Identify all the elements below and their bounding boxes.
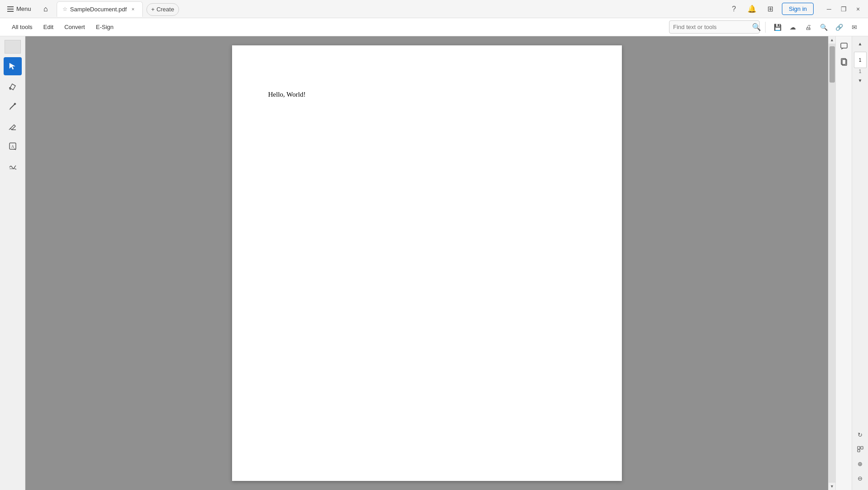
all-tools-menu[interactable]: All tools xyxy=(7,21,37,33)
fit-page-button[interactable] xyxy=(854,443,867,456)
create-label: Create xyxy=(156,6,174,13)
signature-icon xyxy=(9,162,17,170)
link-button[interactable]: 🔗 xyxy=(833,21,845,34)
title-bar-left: Menu ⌂ ☆ SampleDocument.pdf × + Create xyxy=(4,1,727,17)
close-button[interactable]: × xyxy=(852,3,864,15)
pdf-container[interactable]: Hello, World! xyxy=(25,36,828,490)
page-thumbnail[interactable]: 1 xyxy=(854,52,867,68)
save-icon: 💾 xyxy=(774,24,781,31)
page-down-button[interactable]: ▼ xyxy=(854,75,867,86)
tool-preview xyxy=(5,40,21,54)
title-bar: Menu ⌂ ☆ SampleDocument.pdf × + Create ?… xyxy=(0,0,868,18)
zoom-button[interactable]: 🔍 xyxy=(817,21,830,34)
total-pages: 1 xyxy=(859,69,862,74)
scroll-track[interactable] xyxy=(829,44,835,483)
signature-tool[interactable] xyxy=(4,157,22,175)
text-tool[interactable]: A xyxy=(4,137,22,155)
svg-line-5 xyxy=(9,128,10,130)
tab-close-button[interactable]: × xyxy=(130,5,137,13)
tab-title: SampleDocument.pdf xyxy=(70,6,127,13)
svg-rect-15 xyxy=(858,446,860,449)
svg-rect-16 xyxy=(861,446,863,449)
tabs-area: ☆ SampleDocument.pdf × + Create xyxy=(57,1,728,17)
help-icon: ? xyxy=(732,5,736,13)
save-button[interactable]: 💾 xyxy=(771,21,784,34)
find-input-wrapper[interactable]: 🔍 xyxy=(669,20,760,34)
scroll-up-button[interactable]: ▲ xyxy=(829,36,836,44)
minimize-button[interactable]: ─ xyxy=(823,3,835,15)
right-nav-top: ▲ 1 1 ▼ xyxy=(854,38,867,86)
toolbar-right: 🔍 💾 ☁ 🖨 🔍 🔗 ✉ xyxy=(669,20,861,34)
share-button[interactable]: ✉ xyxy=(848,21,861,34)
page-thumb-number: 1 xyxy=(859,58,862,63)
cloud-upload-button[interactable]: ☁ xyxy=(786,21,799,34)
scrollbar[interactable]: ▲ ▼ xyxy=(828,36,835,490)
help-button[interactable]: ? xyxy=(727,3,740,15)
main-area: A Hello, World! ▲ ▼ xyxy=(0,36,868,490)
find-input[interactable] xyxy=(673,24,749,30)
print-icon: 🖨 xyxy=(805,24,811,31)
cursor-icon xyxy=(9,62,17,70)
esign-menu[interactable]: E-Sign xyxy=(91,21,118,33)
tab-star-icon: ☆ xyxy=(63,6,68,12)
toolbar: All tools Edit Convert E-Sign 🔍 💾 ☁ 🖨 🔍 … xyxy=(0,18,868,36)
notifications-button[interactable]: 🔔 xyxy=(746,3,758,15)
zoom-icon: 🔍 xyxy=(820,24,828,31)
window-controls: ─ ❐ × xyxy=(823,3,864,15)
left-sidebar: A xyxy=(0,36,25,490)
title-bar-right: ? 🔔 ⊞ Sign in ─ ❐ × xyxy=(727,3,864,15)
home-button[interactable]: ⌂ xyxy=(39,2,53,16)
print-button[interactable]: 🖨 xyxy=(802,21,815,34)
pen-tool[interactable] xyxy=(4,97,22,115)
link-icon: 🔗 xyxy=(835,24,843,31)
svg-rect-17 xyxy=(858,450,860,452)
sign-in-button[interactable]: Sign in xyxy=(782,3,814,15)
restore-button[interactable]: ❐ xyxy=(837,3,850,15)
svg-marker-0 xyxy=(10,63,15,69)
pages-panel-button[interactable] xyxy=(838,55,850,68)
page-up-button[interactable]: ▲ xyxy=(854,38,867,49)
right-panel xyxy=(835,36,852,490)
bell-icon: 🔔 xyxy=(747,5,756,13)
apps-button[interactable]: ⊞ xyxy=(764,3,776,15)
right-nav-bottom: ↻ ⊕ ⊖ xyxy=(854,428,867,488)
select-tool[interactable] xyxy=(4,57,22,75)
pdf-content: Hello, World! xyxy=(232,45,622,144)
fit-page-icon xyxy=(857,446,863,452)
pages-icon xyxy=(840,58,848,66)
annotate-tool[interactable] xyxy=(4,77,22,95)
svg-rect-12 xyxy=(841,43,847,48)
find-icon: 🔍 xyxy=(752,23,761,31)
svg-text:A: A xyxy=(11,144,14,149)
pen-icon xyxy=(9,102,17,110)
annotate-icon xyxy=(9,82,17,90)
zoom-out-button[interactable]: ⊖ xyxy=(854,472,867,485)
text-icon: A xyxy=(9,142,17,150)
upload-icon: ☁ xyxy=(790,24,796,31)
convert-menu[interactable]: Convert xyxy=(60,21,90,33)
svg-line-3 xyxy=(10,104,15,109)
eraser-icon xyxy=(9,122,17,130)
eraser-tool[interactable] xyxy=(4,117,22,135)
home-icon: ⌂ xyxy=(44,5,48,13)
document-tab[interactable]: ☆ SampleDocument.pdf × xyxy=(57,1,143,17)
menu-button[interactable]: Menu xyxy=(4,4,35,14)
pdf-text: Hello, World! xyxy=(268,91,586,98)
create-button[interactable]: + Create xyxy=(146,3,179,16)
hamburger-icon xyxy=(7,6,14,12)
share-icon: ✉ xyxy=(852,24,857,31)
apps-icon: ⊞ xyxy=(767,5,773,13)
zoom-in-button[interactable]: ⊕ xyxy=(854,457,867,470)
menu-label: Menu xyxy=(16,5,31,12)
create-plus-icon: + xyxy=(151,6,155,13)
toolbar-separator xyxy=(765,22,766,33)
svg-point-1 xyxy=(9,87,11,89)
pdf-page: Hello, World! xyxy=(232,45,622,481)
scroll-down-button[interactable]: ▼ xyxy=(829,483,836,490)
comments-panel-button[interactable] xyxy=(838,40,850,53)
scroll-thumb[interactable] xyxy=(829,46,835,83)
comments-icon xyxy=(840,42,848,50)
refresh-button[interactable]: ↻ xyxy=(854,428,867,441)
edit-menu[interactable]: Edit xyxy=(39,21,58,33)
right-nav: ▲ 1 1 ▼ ↻ ⊕ ⊖ xyxy=(852,36,868,490)
